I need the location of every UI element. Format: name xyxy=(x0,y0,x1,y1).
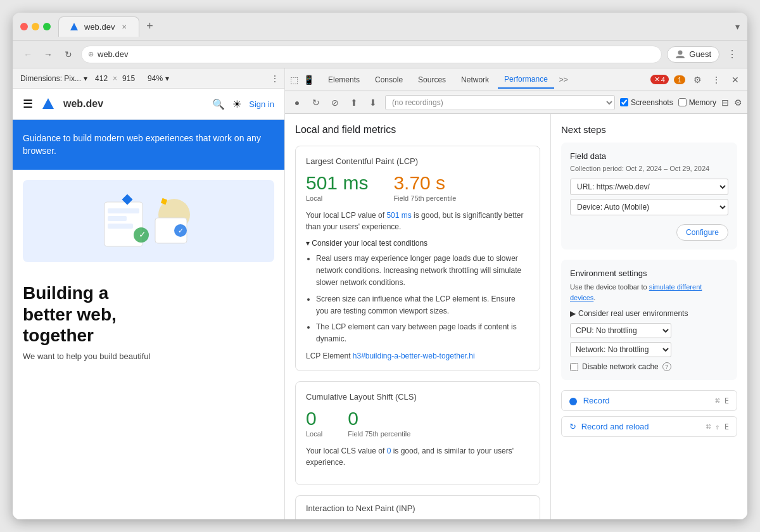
lcp-field-value: 3.70 s xyxy=(393,172,456,193)
consider-real-users-toggle[interactable]: ▶ ▶ Consider real user environments Cons… xyxy=(570,309,728,318)
height-value: 915 xyxy=(122,74,135,83)
env-settings-card: Environment settings Use the device tool… xyxy=(561,260,737,380)
next-steps-panel: Next steps Field data Collection period:… xyxy=(551,114,747,519)
website-preview: Dimensions: Pix... ▾ 412 × 915 94% ▾ ⋮ ☰ xyxy=(13,68,285,519)
field-data-title: Field data xyxy=(570,151,728,161)
cls-local-value: 0 xyxy=(306,408,322,429)
performance-settings-icon[interactable]: ⚙ xyxy=(734,98,742,108)
lcp-description: Your local LCP value of 501 ms is good, … xyxy=(306,210,529,232)
more-tabs-button[interactable]: >> xyxy=(557,72,571,88)
devtools-settings-icon[interactable]: ⚙ xyxy=(690,73,704,87)
clear-control-button[interactable]: ⊘ xyxy=(328,96,342,110)
new-tab-button[interactable]: + xyxy=(142,19,157,34)
disable-cache-checkbox[interactable] xyxy=(570,363,578,371)
tab-performance[interactable]: Performance xyxy=(498,71,554,89)
device-select[interactable]: Device: Auto (Mobile) Desktop Mobile xyxy=(570,199,728,215)
traffic-lights xyxy=(20,23,51,30)
record-button[interactable]: Record ⌘ E xyxy=(561,390,737,411)
reload-icon: ↻ xyxy=(569,422,576,431)
cursor-tool-icon[interactable]: ⬚ xyxy=(290,75,298,85)
close-traffic-light[interactable] xyxy=(20,23,28,30)
browser-menu-button[interactable]: ⋮ xyxy=(725,47,740,62)
svg-marker-0 xyxy=(70,23,78,30)
refresh-button[interactable]: ↻ xyxy=(61,47,76,62)
devtools-more-button[interactable]: ⋮ xyxy=(709,73,723,87)
window-chevron[interactable]: ▾ xyxy=(735,22,740,32)
more-options-button[interactable]: ⋮ xyxy=(270,73,279,84)
zoom-button[interactable]: 94% ▾ xyxy=(145,73,172,84)
site-heading: Building a better web, together xyxy=(13,272,284,352)
screenshots-checkbox[interactable] xyxy=(620,98,628,106)
metrics-panel: Local and field metrics Largest Contentf… xyxy=(285,114,551,519)
lcp-bullet-3: The LCP element can vary between page lo… xyxy=(316,321,529,345)
maximize-traffic-light[interactable] xyxy=(43,23,51,30)
record-shortcut: ⌘ E xyxy=(715,396,729,405)
active-tab[interactable]: web.dev ✕ xyxy=(58,16,139,37)
lcp-consider-toggle[interactable]: ▾ Consider your local test conditions xyxy=(306,239,529,248)
url-bar[interactable]: ⊕ web.dev xyxy=(81,46,662,63)
network-throttle-select[interactable]: Network: No throttling Fast 3G Slow 3G xyxy=(570,342,671,357)
minimize-traffic-light[interactable] xyxy=(32,23,39,30)
hamburger-icon[interactable]: ☰ xyxy=(23,97,33,111)
tab-bar: web.dev ✕ + xyxy=(58,16,735,37)
devtools-close-button[interactable]: ✕ xyxy=(728,73,742,87)
dimension-bar: Dimensions: Pix... ▾ 412 × 915 94% ▾ ⋮ xyxy=(13,68,284,89)
record-and-reload-button[interactable]: ↻ Record and reload ⌘ ⇧ E xyxy=(561,416,737,437)
lcp-title: Largest Contentful Paint (LCP) xyxy=(306,156,529,166)
reload-control-button[interactable]: ↻ xyxy=(309,96,323,110)
field-data-card: Field data Collection period: Oct 2, 202… xyxy=(561,142,737,250)
site-search-icon[interactable]: 🔍 xyxy=(212,98,225,110)
record-control-button[interactable]: ● xyxy=(290,96,304,110)
url-select[interactable]: URL: https://web.dev/ xyxy=(570,179,728,195)
lcp-local: 501 ms Local xyxy=(306,172,368,202)
env-settings-title: Environment settings xyxy=(570,269,728,278)
devtools-controls: ● ↻ ⊘ ⬆ ⬇ (no recordings) Screenshots Me… xyxy=(285,91,747,114)
devtools-panel: ⬚ 📱 Elements Console Sources Network Per… xyxy=(285,68,747,519)
title-bar: web.dev ✕ + ▾ xyxy=(13,13,747,41)
guest-button[interactable]: Guest xyxy=(667,46,719,63)
site-hero: Guidance to build modern web experiences… xyxy=(13,120,284,170)
cls-local-label: Local xyxy=(306,430,322,438)
device-field-row: Device: Auto (Mobile) Desktop Mobile xyxy=(570,199,728,215)
cpu-throttle-select[interactable]: CPU: No throttling 4x slowdown 6x slowdo… xyxy=(570,323,671,338)
svg-rect-4 xyxy=(108,208,139,213)
lcp-card: Largest Contentful Paint (LCP) 501 ms Lo… xyxy=(295,146,540,371)
screenshots-checkbox-label: Screenshots xyxy=(620,98,673,107)
sign-in-link[interactable]: Sign in xyxy=(249,99,274,109)
theme-toggle-icon[interactable]: ☀ xyxy=(232,98,241,110)
site-logo-icon xyxy=(41,96,56,111)
lcp-element-row: LCP Element h3#building-a-better-web-tog… xyxy=(306,352,529,360)
tab-console[interactable]: Console xyxy=(369,72,409,88)
tab-network[interactable]: Network xyxy=(455,72,495,88)
help-icon[interactable]: ? xyxy=(662,362,671,371)
recordings-select[interactable]: (no recordings) xyxy=(385,95,615,110)
configure-button[interactable]: Configure xyxy=(676,224,728,241)
upload-control-button[interactable]: ⬆ xyxy=(347,96,361,110)
collection-period: Collection period: Oct 2, 2024 – Oct 29,… xyxy=(570,165,728,172)
svg-point-1 xyxy=(678,50,683,54)
capture-settings-icon[interactable]: ⊟ xyxy=(721,98,729,108)
width-value: 412 xyxy=(95,74,108,83)
dimensions-label[interactable]: Dimensions: Pix... ▾ xyxy=(18,73,90,84)
site-header: ☰ web.dev 🔍 ☀ Sign in xyxy=(13,89,284,120)
site-illustration: ✓ ✓ xyxy=(23,180,274,262)
cpu-row: CPU: No throttling 4x slowdown 6x slowdo… xyxy=(570,323,728,338)
record-reload-shortcut: ⌘ ⇧ E xyxy=(706,422,729,431)
site-hero-text: Guidance to build modern web experiences… xyxy=(23,132,274,157)
forward-button[interactable]: → xyxy=(41,47,56,62)
tab-sources[interactable]: Sources xyxy=(412,72,452,88)
download-control-button[interactable]: ⬇ xyxy=(366,96,380,110)
inp-card-partial: Interaction to Next Paint (INP) xyxy=(295,495,540,519)
cls-field-value: 0 xyxy=(348,408,410,429)
lcp-field: 3.70 s Field 75th percentile xyxy=(393,172,456,202)
tab-close-button[interactable]: ✕ xyxy=(120,22,129,31)
simulate-devices-link[interactable]: simulate different devices xyxy=(570,283,702,301)
tab-elements[interactable]: Elements xyxy=(322,72,366,88)
back-button[interactable]: ← xyxy=(20,47,35,62)
disable-cache-label: Disable network cache xyxy=(582,362,659,371)
device-toolbar-icon[interactable]: 📱 xyxy=(303,75,314,85)
lcp-element-link[interactable]: h3#building-a-better-web-together.hi xyxy=(353,352,475,360)
svg-text:✓: ✓ xyxy=(178,227,184,234)
lcp-bullet-2: Screen size can influence what the LCP e… xyxy=(316,293,529,317)
memory-checkbox[interactable] xyxy=(678,98,687,106)
